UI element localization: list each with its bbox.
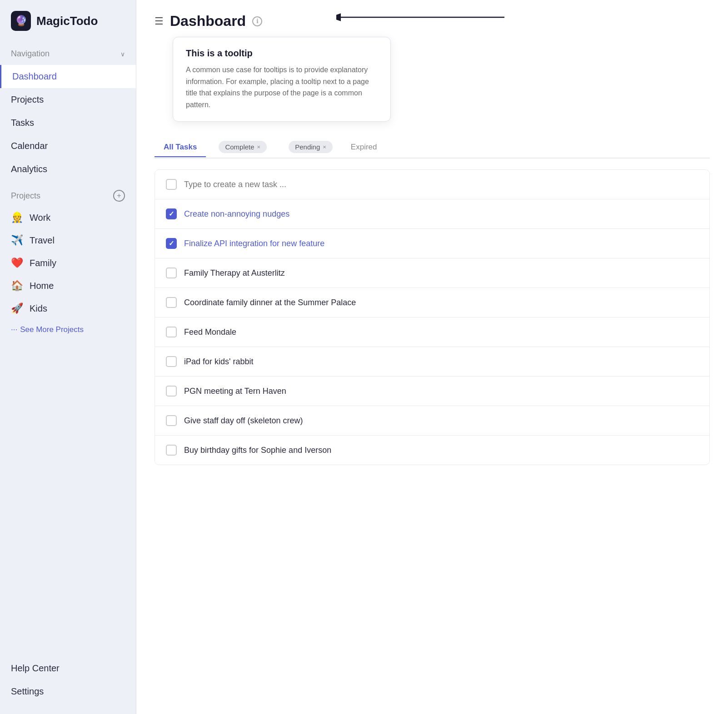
task-text: PGN meeting at Tern Haven xyxy=(184,387,286,396)
sidebar-item-label: Calendar xyxy=(11,141,48,151)
tab-label: Expired xyxy=(351,143,377,151)
work-emoji: 👷 xyxy=(11,212,23,223)
see-more-projects-link[interactable]: ··· See More Projects xyxy=(0,320,136,340)
sidebar-item-dashboard[interactable]: Dashboard xyxy=(0,65,136,88)
task-text: iPad for kids' rabbit xyxy=(184,357,254,367)
task-list: Create non-annoying nudges Finalize API … xyxy=(155,169,710,465)
task-text: Give staff day off (skeleton crew) xyxy=(184,416,303,426)
project-item-travel[interactable]: ✈️ Travel xyxy=(0,229,136,252)
sidebar-item-label: Help Center xyxy=(11,663,60,674)
task-text: Feed Mondale xyxy=(184,327,236,337)
task-row[interactable]: Finalize API integration for new feature xyxy=(155,229,709,258)
project-label: Travel xyxy=(30,235,55,246)
sidebar-item-label: Projects xyxy=(11,94,44,105)
sidebar-item-calendar[interactable]: Calendar xyxy=(0,134,136,158)
project-label: Family xyxy=(30,258,56,268)
sidebar-item-label: Dashboard xyxy=(12,71,57,82)
sidebar-item-label: Analytics xyxy=(11,164,47,174)
sidebar-item-projects[interactable]: Projects xyxy=(0,88,136,111)
task-checkbox[interactable] xyxy=(166,268,177,278)
travel-emoji: ✈️ xyxy=(11,234,23,246)
tooltip-title: This is a tooltip xyxy=(186,48,378,59)
task-checkbox[interactable] xyxy=(166,327,177,337)
tab-pending[interactable]: Pending × xyxy=(276,136,342,159)
task-text: Family Therapy at Austerlitz xyxy=(184,268,285,278)
task-checkbox[interactable] xyxy=(166,208,177,219)
pending-chip-label: Pending xyxy=(295,143,320,151)
main-content: ☰ Dashboard ℹ This is a tooltip A common… xyxy=(136,0,728,714)
pending-chip-close[interactable]: × xyxy=(323,144,326,150)
header-area: ☰ Dashboard ℹ This is a tooltip A common… xyxy=(136,0,728,122)
hamburger-icon[interactable]: ☰ xyxy=(155,15,164,27)
project-item-family[interactable]: ❤️ Family xyxy=(0,252,136,274)
tab-label: All Tasks xyxy=(164,143,197,151)
sidebar-item-label: Tasks xyxy=(11,118,34,128)
app-logo-icon: 🔮 xyxy=(11,11,31,31)
tab-all-tasks[interactable]: All Tasks xyxy=(155,138,206,157)
new-task-input[interactable] xyxy=(184,180,698,189)
complete-chip-close[interactable]: × xyxy=(257,144,261,150)
bottom-nav: Help Center Settings xyxy=(0,657,136,714)
kids-emoji: 🚀 xyxy=(11,302,23,314)
info-symbol: ℹ xyxy=(256,18,259,25)
projects-section-header: Projects + xyxy=(0,181,136,206)
task-row[interactable]: Feed Mondale xyxy=(155,317,709,347)
tab-complete[interactable]: Complete × xyxy=(206,136,276,159)
header-row: ☰ Dashboard ℹ xyxy=(155,13,710,30)
projects-label: Projects xyxy=(11,191,40,201)
new-task-checkbox[interactable] xyxy=(166,179,177,190)
tooltip-box: This is a tooltip A common use case for … xyxy=(173,37,391,122)
see-more-label: See More Projects xyxy=(20,325,84,334)
sidebar-item-settings[interactable]: Settings xyxy=(0,680,136,703)
sidebar: 🔮 MagicTodo Navigation ∨ Dashboard Proje… xyxy=(0,0,136,714)
project-item-work[interactable]: 👷 Work xyxy=(0,206,136,229)
page-title: Dashboard xyxy=(170,13,246,30)
arrow-decoration xyxy=(336,8,509,31)
navigation-label: Navigation xyxy=(11,49,50,59)
project-label: Work xyxy=(30,213,50,223)
task-row[interactable]: Create non-annoying nudges xyxy=(155,199,709,229)
task-area: All Tasks Complete × Pending × Expired xyxy=(136,122,728,714)
task-checkbox[interactable] xyxy=(166,445,177,456)
nav-section-header: Navigation ∨ xyxy=(0,45,136,62)
complete-chip-label: Complete xyxy=(225,143,254,151)
task-text: Buy birthday gifts for Sophie and Iverso… xyxy=(184,446,331,455)
logo-area: 🔮 MagicTodo xyxy=(0,11,136,45)
tooltip-text: A common use case for tooltips is to pro… xyxy=(186,64,378,110)
home-emoji: 🏠 xyxy=(11,280,23,292)
add-project-button[interactable]: + xyxy=(113,190,125,202)
project-item-kids[interactable]: 🚀 Kids xyxy=(0,297,136,320)
task-text: Finalize API integration for new feature xyxy=(184,239,324,248)
app-name: MagicTodo xyxy=(36,14,98,28)
task-checkbox[interactable] xyxy=(166,415,177,426)
project-label: Kids xyxy=(30,303,47,314)
sidebar-item-analytics[interactable]: Analytics xyxy=(0,158,136,181)
task-text: Coordinate family dinner at the Summer P… xyxy=(184,298,356,307)
task-checkbox[interactable] xyxy=(166,238,177,249)
project-item-home[interactable]: 🏠 Home xyxy=(0,274,136,297)
tab-expired[interactable]: Expired xyxy=(342,138,386,157)
task-row[interactable]: Give staff day off (skeleton crew) xyxy=(155,406,709,436)
see-more-dots: ··· xyxy=(11,325,17,334)
task-checkbox[interactable] xyxy=(166,356,177,367)
task-checkbox[interactable] xyxy=(166,297,177,308)
filter-tabs: All Tasks Complete × Pending × Expired xyxy=(155,136,710,159)
task-row[interactable]: Coordinate family dinner at the Summer P… xyxy=(155,288,709,317)
project-label: Home xyxy=(30,281,54,291)
pending-chip[interactable]: Pending × xyxy=(289,141,333,153)
complete-chip[interactable]: Complete × xyxy=(219,141,267,153)
task-row[interactable]: iPad for kids' rabbit xyxy=(155,347,709,377)
family-emoji: ❤️ xyxy=(11,257,23,269)
task-row[interactable]: Family Therapy at Austerlitz xyxy=(155,258,709,288)
new-task-row xyxy=(155,170,709,199)
sidebar-item-label: Settings xyxy=(11,686,44,697)
sidebar-item-tasks[interactable]: Tasks xyxy=(0,111,136,134)
task-row[interactable]: Buy birthday gifts for Sophie and Iverso… xyxy=(155,436,709,465)
navigation-chevron-icon[interactable]: ∨ xyxy=(120,50,125,58)
task-row[interactable]: PGN meeting at Tern Haven xyxy=(155,377,709,406)
task-text: Create non-annoying nudges xyxy=(184,209,289,219)
task-checkbox[interactable] xyxy=(166,386,177,397)
sidebar-item-help[interactable]: Help Center xyxy=(0,657,136,680)
info-icon[interactable]: ℹ xyxy=(252,16,262,26)
